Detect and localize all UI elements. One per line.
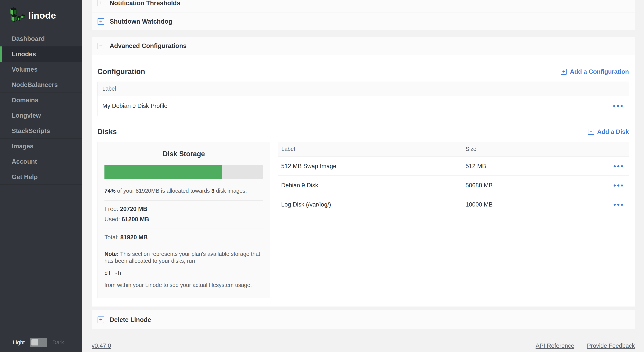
version-link[interactable]: v0.47.0 — [92, 342, 111, 349]
sidebar-item-account[interactable]: Account — [0, 154, 82, 169]
disks-heading: Disks — [97, 128, 117, 136]
total-storage: Total: 81920 MB — [104, 234, 263, 241]
panel-title: Notification Thresholds — [110, 0, 180, 7]
disk-storage-bar-fill — [104, 165, 222, 179]
panel-title: Shutdown Watchdog — [110, 18, 172, 25]
theme-toggle-knob — [32, 339, 38, 345]
theme-toggle: Light Dark — [0, 333, 82, 352]
kebab-menu-icon[interactable]: ••• — [613, 164, 629, 168]
theme-light-label: Light — [13, 339, 25, 346]
divider — [104, 229, 263, 229]
table-row[interactable]: My Debian 9 Disk Profile ••• — [97, 96, 629, 116]
add-configuration-button[interactable]: + Add a Configuration — [560, 68, 629, 75]
expand-icon[interactable]: + — [98, 0, 104, 6]
collapse-icon[interactable]: − — [98, 43, 104, 49]
sidebar: linode Dashboard Linodes Volumes NodeBal… — [0, 0, 82, 352]
sidebar-item-nodebalancers[interactable]: NodeBalancers — [0, 77, 82, 93]
storage-note: Note: This section represents your plan'… — [104, 250, 263, 264]
disk-storage-title: Disk Storage — [104, 150, 263, 158]
disk-storage-card: Disk Storage 74% of your 81920MB is allo… — [97, 142, 270, 298]
column-header-size: Size — [466, 146, 629, 152]
panel-notification-thresholds[interactable]: + Notification Thresholds — [92, 0, 635, 12]
used-storage: Used: 61200 MB — [104, 216, 263, 223]
footer: v0.47.0 API Reference Provide Feedback — [92, 342, 635, 349]
brand-name: linode — [28, 10, 56, 21]
df-command: df -h — [104, 270, 263, 276]
configuration-section-head: Configuration + Add a Configuration — [97, 55, 629, 76]
kebab-menu-icon[interactable]: ••• — [613, 184, 629, 187]
advanced-configurations-content: Configuration + Add a Configuration Labe… — [92, 55, 635, 306]
linode-cubes-icon — [8, 6, 25, 24]
configuration-table-header: Label — [97, 82, 629, 96]
table-row[interactable]: 512 MB Swap Image 512 MB ••• — [278, 157, 629, 176]
sidebar-item-dashboard[interactable]: Dashboard — [0, 31, 82, 47]
main-content: + Notification Thresholds + Shutdown Wat… — [82, 0, 644, 352]
table-row[interactable]: Debian 9 Disk 50688 MB ••• — [278, 176, 629, 195]
disk-table: Label Size 512 MB Swap Image 512 MB ••• … — [278, 142, 629, 214]
configuration-table: Label My Debian 9 Disk Profile ••• — [97, 82, 629, 116]
panel-title: Delete Linode — [110, 316, 151, 323]
kebab-menu-icon[interactable]: ••• — [613, 104, 624, 108]
sidebar-item-linodes[interactable]: Linodes — [0, 47, 82, 62]
plus-icon: + — [560, 69, 566, 75]
sidebar-nav: Dashboard Linodes Volumes NodeBalancers … — [0, 31, 82, 185]
configuration-heading: Configuration — [97, 68, 145, 76]
api-reference-link[interactable]: API Reference — [536, 342, 574, 349]
panel-delete-linode[interactable]: + Delete Linode — [92, 310, 635, 329]
storage-note-footer: from within your Linode to see your actu… — [104, 282, 263, 288]
disk-table-header: Label Size — [278, 142, 629, 157]
column-header-label: Label — [102, 86, 116, 92]
sidebar-item-volumes[interactable]: Volumes — [0, 62, 82, 77]
linode-logo[interactable]: linode — [0, 0, 82, 25]
table-row[interactable]: Log Disk (/var/log/) 10000 MB ••• — [278, 195, 629, 214]
panel-shutdown-watchdog[interactable]: + Shutdown Watchdog — [92, 12, 635, 30]
expand-icon[interactable]: + — [98, 316, 104, 323]
disks-section-head: Disks + Add a Disk — [97, 116, 629, 136]
theme-toggle-switch[interactable] — [30, 338, 47, 347]
plus-icon: + — [588, 129, 594, 135]
panel-advanced-configurations[interactable]: − Advanced Configurations — [92, 37, 635, 55]
column-header-label: Label — [278, 146, 466, 152]
panel-title: Advanced Configurations — [110, 42, 187, 50]
allocation-text: 74% of your 81920MB is allocated towards… — [104, 187, 263, 195]
add-disk-label: Add a Disk — [597, 128, 629, 135]
sidebar-item-domains[interactable]: Domains — [0, 93, 82, 108]
configuration-label-cell: My Debian 9 Disk Profile — [102, 102, 167, 109]
free-storage: Free: 20720 MB — [104, 206, 263, 213]
sidebar-item-stackscripts[interactable]: StackScripts — [0, 123, 82, 139]
add-disk-button[interactable]: + Add a Disk — [588, 128, 629, 135]
sidebar-item-get-help[interactable]: Get Help — [0, 169, 82, 185]
add-configuration-label: Add a Configuration — [570, 68, 629, 75]
theme-dark-label: Dark — [52, 339, 64, 346]
expand-icon[interactable]: + — [98, 18, 104, 25]
kebab-menu-icon[interactable]: ••• — [613, 203, 629, 207]
provide-feedback-link[interactable]: Provide Feedback — [587, 342, 635, 349]
sidebar-item-images[interactable]: Images — [0, 139, 82, 154]
divider — [104, 200, 263, 201]
sidebar-item-longview[interactable]: Longview — [0, 108, 82, 123]
disk-storage-bar — [104, 165, 263, 179]
